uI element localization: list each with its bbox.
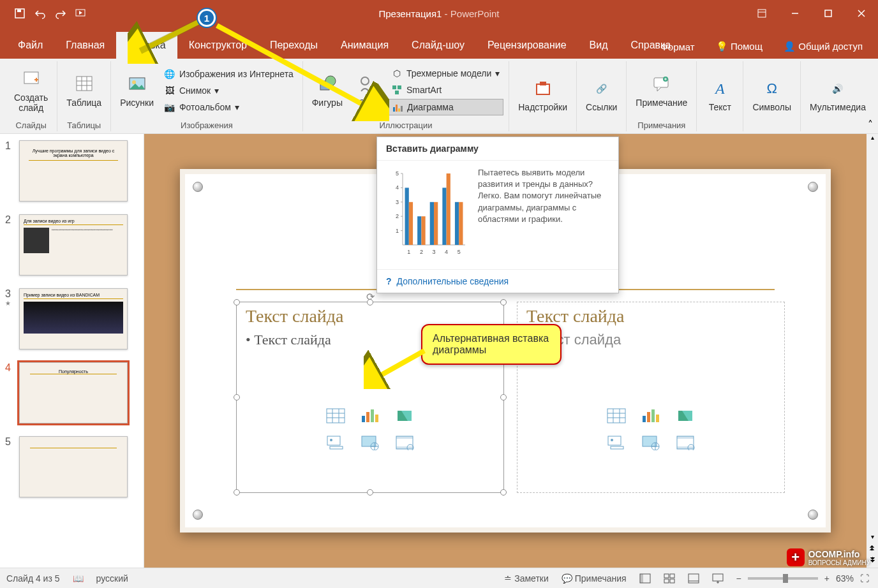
- links-button[interactable]: 🔗Ссылки: [582, 75, 621, 115]
- tab-animations[interactable]: Анимация: [329, 32, 400, 59]
- resize-handle[interactable]: [234, 394, 240, 401]
- insert-chart-icon[interactable]: [639, 407, 662, 425]
- fit-to-window-icon[interactable]: ⛶: [858, 572, 872, 585]
- 3d-models-button[interactable]: ⬡Трехмерные модели ▾: [387, 66, 503, 81]
- start-slideshow-icon[interactable]: [74, 6, 88, 20]
- resize-handle[interactable]: [500, 489, 507, 496]
- status-language[interactable]: русский: [96, 573, 128, 584]
- symbols-button[interactable]: ΩСимволы: [748, 75, 795, 115]
- resize-handle[interactable]: [367, 489, 373, 496]
- thumb-4[interactable]: Популярность: [19, 362, 128, 423]
- svg-point-12: [361, 77, 369, 85]
- close-icon[interactable]: [845, 0, 878, 27]
- pictures-button[interactable]: Рисунки: [116, 71, 158, 110]
- svg-rect-36: [396, 446, 413, 449]
- zoom-slider[interactable]: [748, 577, 818, 580]
- insert-video-icon[interactable]: [674, 434, 697, 452]
- shapes-button[interactable]: Фигуры: [308, 71, 346, 110]
- tab-file[interactable]: Файл: [6, 32, 54, 59]
- comment-button[interactable]: Примечание: [632, 71, 691, 110]
- scroll-down-icon[interactable]: ▾: [867, 533, 878, 545]
- comments-button[interactable]: 💬 Примечания: [559, 572, 629, 585]
- svg-rect-65: [405, 187, 409, 245]
- scroll-up-icon[interactable]: ▴: [867, 134, 878, 145]
- tab-slideshow[interactable]: Слайд-шоу: [400, 32, 476, 59]
- screenshot-button[interactable]: 🖼Снимок ▾: [160, 83, 297, 98]
- thumb-2[interactable]: Для записи видео из игр▪▪▪▪▪▪▪▪▪▪▪▪▪▪▪▪▪…: [19, 214, 128, 276]
- insert-online-picture-icon[interactable]: [359, 434, 382, 452]
- tooltip-more-info-link[interactable]: ? Дополнительные сведения: [377, 269, 618, 293]
- table-button[interactable]: Таблица: [63, 71, 105, 110]
- photo-album-button[interactable]: 📷Фотоальбом ▾: [160, 99, 297, 115]
- thumb-5[interactable]: [19, 436, 128, 497]
- maximize-icon[interactable]: [812, 0, 845, 27]
- tab-home[interactable]: Главная: [54, 32, 116, 59]
- insert-picture-icon[interactable]: [324, 434, 347, 452]
- insert-table-icon[interactable]: [324, 407, 347, 425]
- save-icon[interactable]: [13, 6, 27, 20]
- tab-format[interactable]: Формат: [651, 35, 703, 59]
- svg-rect-32: [362, 436, 376, 446]
- notes-button[interactable]: ≐ Заметки: [502, 572, 551, 585]
- svg-rect-77: [455, 202, 459, 245]
- svg-rect-27: [371, 409, 374, 422]
- collapse-ribbon-icon[interactable]: ˄: [868, 119, 873, 131]
- svg-text:4: 4: [445, 249, 448, 255]
- svg-rect-7: [77, 77, 92, 91]
- resize-handle[interactable]: [234, 489, 240, 496]
- spellcheck-icon[interactable]: 📖: [70, 572, 86, 585]
- slideshow-view-icon[interactable]: [710, 572, 726, 585]
- svg-text:4: 4: [396, 184, 399, 191]
- svg-rect-81: [664, 574, 669, 578]
- zoom-level[interactable]: 63%: [836, 573, 854, 584]
- addins-button[interactable]: Надстройки: [514, 75, 571, 115]
- resize-handle[interactable]: [367, 299, 373, 305]
- undo-icon[interactable]: [33, 6, 47, 20]
- resize-handle[interactable]: [234, 299, 240, 305]
- insert-smartart-icon[interactable]: [393, 407, 416, 425]
- icons-button[interactable]: Зна: [349, 71, 385, 110]
- sorter-view-icon[interactable]: [661, 572, 678, 585]
- tab-view[interactable]: Вид: [578, 32, 620, 59]
- minimize-icon[interactable]: [778, 0, 812, 27]
- svg-rect-28: [375, 415, 378, 422]
- smartart-icon: [391, 84, 403, 96]
- insert-table-icon[interactable]: [605, 407, 628, 425]
- share-button[interactable]: 👤 Общий доступ: [775, 34, 872, 59]
- ribbon-tabs: Файл Главная Вставка Конструктор Переход…: [0, 27, 878, 59]
- svg-rect-78: [459, 202, 463, 245]
- resize-handle[interactable]: [500, 299, 507, 305]
- chart-button[interactable]: Диаграмма: [387, 99, 503, 115]
- media-button[interactable]: 🔊Мультимедиа: [806, 75, 870, 115]
- ribbon-display-icon[interactable]: [745, 0, 778, 27]
- thumb-1[interactable]: Лучшие программы для записи видео с экра…: [19, 140, 128, 202]
- titlebar: Презентация1 - PowerPoint: [0, 0, 878, 27]
- decorative-rivet: [808, 182, 818, 192]
- insert-smartart-icon[interactable]: [674, 407, 697, 425]
- zoom-out-icon[interactable]: −: [734, 572, 744, 585]
- group-illustrations-label: Иллюстрации: [379, 119, 432, 131]
- normal-view-icon[interactable]: [637, 572, 653, 585]
- smartart-button[interactable]: SmartArt: [387, 82, 503, 98]
- redo-icon[interactable]: [54, 6, 68, 20]
- reading-view-icon[interactable]: [685, 572, 702, 585]
- tab-transitions[interactable]: Переходы: [258, 32, 329, 59]
- insert-online-picture-icon[interactable]: [639, 434, 662, 452]
- thumb-3[interactable]: Пример записи видео из BANDICAM: [19, 288, 128, 349]
- tellme-button[interactable]: 💡 Помощ: [707, 34, 771, 59]
- new-slide-button[interactable]: Создать слайд: [10, 66, 52, 115]
- zoom-in-icon[interactable]: +: [822, 572, 832, 585]
- tab-design[interactable]: Конструктор: [177, 32, 258, 59]
- insert-video-icon[interactable]: [393, 434, 416, 452]
- online-pictures-button[interactable]: 🌐Изображения из Интернета: [160, 66, 297, 82]
- insert-chart-icon[interactable]: [359, 407, 382, 425]
- svg-rect-43: [608, 436, 621, 445]
- tab-review[interactable]: Рецензирование: [476, 32, 578, 59]
- addins-icon: [532, 78, 554, 99]
- vertical-scrollbar[interactable]: ▴ ▾ ⯭ ⯯: [867, 134, 878, 568]
- text-button[interactable]: AТекст: [702, 75, 738, 115]
- resize-handle[interactable]: [500, 394, 507, 401]
- insert-picture-icon[interactable]: [605, 434, 628, 452]
- svg-text:3: 3: [396, 199, 399, 205]
- tab-insert[interactable]: Вставка: [116, 32, 177, 59]
